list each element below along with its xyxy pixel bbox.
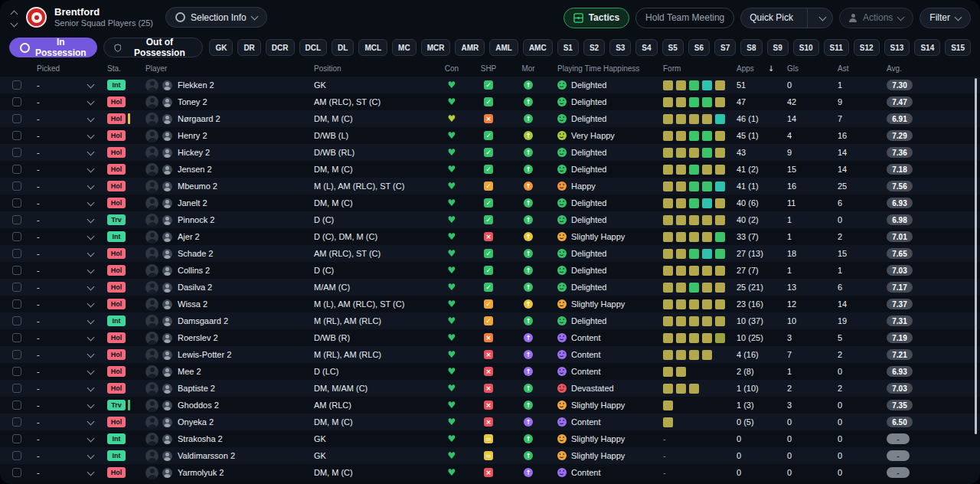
picked-dropdown[interactable]: - bbox=[34, 161, 104, 178]
player-name[interactable]: Wissa 2 bbox=[178, 299, 207, 309]
table-row[interactable]: -HolBaptiste 2DM, M/AM (C)♥×↑Devastated1… bbox=[0, 380, 980, 397]
row-checkbox[interactable] bbox=[12, 114, 21, 123]
table-row[interactable]: -IntFlekken 2GK♥✓↑Delighted51017.30 bbox=[0, 77, 980, 93]
picked-dropdown[interactable]: - bbox=[34, 346, 104, 363]
position-filter-dl[interactable]: DL bbox=[332, 39, 354, 56]
table-row[interactable]: -HolHickey 2D/WB (RL)♥✓↑Delighted439147.… bbox=[0, 144, 980, 161]
selection-info-button[interactable]: Selection Info bbox=[165, 7, 267, 28]
column-header-shp[interactable]: SHP bbox=[469, 64, 508, 73]
player-cell[interactable]: Baptiste 2 bbox=[142, 380, 309, 397]
column-header-picked[interactable]: Picked bbox=[34, 64, 104, 73]
table-row[interactable]: -HolMbeumo 2M (L), AM (RLC), ST (C)♥✓↑Ha… bbox=[0, 178, 980, 195]
player-cell[interactable]: Mbeumo 2 bbox=[142, 178, 309, 195]
row-checkbox[interactable] bbox=[12, 316, 21, 325]
position-filter-aml[interactable]: AML bbox=[489, 39, 518, 56]
player-name[interactable]: Baptiste 2 bbox=[178, 384, 215, 393]
player-name[interactable]: Damsgaard 2 bbox=[178, 316, 228, 325]
picked-dropdown[interactable]: - bbox=[34, 329, 104, 346]
player-name[interactable]: Janelt 2 bbox=[178, 198, 207, 208]
picked-dropdown[interactable]: - bbox=[34, 77, 104, 93]
table-row[interactable]: -HolHenry 2D/WB (L)♥✓↑Very Happy45 (1)41… bbox=[0, 127, 980, 144]
player-name[interactable]: Mee 2 bbox=[178, 367, 201, 376]
table-row[interactable]: -IntDamsgaard 2M (RL), AM (RLC)♥✓↑Deligh… bbox=[0, 312, 980, 329]
column-header-apps[interactable]: Apps↓ bbox=[733, 64, 784, 73]
player-cell[interactable]: Onyeka 2 bbox=[142, 414, 309, 430]
position-filter-s10[interactable]: S10 bbox=[793, 39, 819, 56]
row-checkbox[interactable] bbox=[12, 148, 21, 157]
picked-dropdown[interactable]: - bbox=[34, 380, 104, 397]
player-name[interactable]: Dasilva 2 bbox=[178, 283, 212, 292]
row-checkbox[interactable] bbox=[12, 249, 21, 258]
column-header-ast[interactable]: Ast bbox=[835, 64, 882, 73]
position-filter-amc[interactable]: AMC bbox=[523, 39, 553, 56]
picked-dropdown[interactable]: - bbox=[34, 262, 104, 279]
picked-dropdown[interactable]: - bbox=[34, 144, 104, 161]
row-checkbox[interactable] bbox=[12, 451, 21, 460]
row-checkbox[interactable] bbox=[12, 384, 21, 393]
table-row[interactable]: -IntStrakosha 2GK♥=↑Slightly Happy-000- bbox=[0, 430, 980, 447]
position-filter-s9[interactable]: S9 bbox=[767, 39, 789, 56]
player-name[interactable]: Henry 2 bbox=[178, 131, 207, 140]
column-header-avg[interactable]: Avg. bbox=[882, 64, 925, 73]
filter-button[interactable]: Filter bbox=[920, 8, 971, 28]
position-filter-dcr[interactable]: DCR bbox=[266, 39, 295, 56]
row-checkbox[interactable] bbox=[12, 333, 21, 342]
column-header-playing-time-happiness[interactable]: Playing Time Happiness bbox=[548, 64, 660, 73]
row-checkbox[interactable] bbox=[12, 80, 21, 90]
player-name[interactable]: Strakosha 2 bbox=[178, 434, 223, 443]
position-filter-amr[interactable]: AMR bbox=[455, 39, 485, 56]
row-checkbox[interactable] bbox=[12, 299, 21, 309]
row-checkbox[interactable] bbox=[12, 417, 21, 427]
picked-dropdown[interactable]: - bbox=[34, 245, 104, 262]
table-row[interactable]: -HolLewis-Potter 2M (RL), AM (RLC)♥×↑Con… bbox=[0, 346, 980, 363]
row-checkbox[interactable] bbox=[12, 434, 21, 443]
position-filter-dcl[interactable]: DCL bbox=[299, 39, 328, 56]
row-checkbox[interactable] bbox=[12, 266, 21, 275]
position-filter-s14[interactable]: S14 bbox=[914, 39, 940, 56]
position-filter-s1[interactable]: S1 bbox=[557, 39, 579, 56]
player-cell[interactable]: Schade 2 bbox=[142, 245, 309, 262]
player-cell[interactable]: Ajer 2 bbox=[142, 228, 309, 245]
position-filter-s2[interactable]: S2 bbox=[583, 39, 605, 56]
position-filter-s11[interactable]: S11 bbox=[824, 39, 849, 56]
picked-dropdown[interactable]: - bbox=[34, 312, 104, 329]
chevron-up-icon[interactable] bbox=[10, 11, 18, 18]
position-filter-mcr[interactable]: MCR bbox=[421, 39, 451, 56]
quick-pick-dropdown[interactable] bbox=[813, 8, 832, 28]
row-checkbox[interactable] bbox=[12, 165, 21, 174]
picked-dropdown[interactable]: - bbox=[34, 228, 104, 245]
player-cell[interactable]: Henry 2 bbox=[142, 127, 309, 144]
position-filter-s3[interactable]: S3 bbox=[609, 39, 631, 56]
player-cell[interactable]: Wissa 2 bbox=[142, 296, 309, 312]
row-checkbox[interactable] bbox=[12, 215, 21, 224]
column-header-con[interactable]: Con bbox=[435, 64, 469, 73]
picked-dropdown[interactable]: - bbox=[34, 93, 104, 110]
picked-dropdown[interactable]: - bbox=[34, 464, 104, 481]
picked-dropdown[interactable]: - bbox=[34, 279, 104, 296]
player-name[interactable]: Hickey 2 bbox=[178, 148, 210, 157]
player-name[interactable]: Yarmolyuk 2 bbox=[178, 468, 224, 477]
table-row[interactable]: -HolSchade 2AM (RLC), ST (C)♥✓↑Delighted… bbox=[0, 245, 980, 262]
table-row[interactable]: -HolRoerslev 2D/WB (R)♥×↑Content10 (25)3… bbox=[0, 329, 980, 346]
player-name[interactable]: Schade 2 bbox=[178, 249, 213, 258]
position-filter-s7[interactable]: S7 bbox=[714, 39, 736, 56]
column-header-gls[interactable]: Gls bbox=[784, 64, 835, 73]
row-checkbox[interactable] bbox=[12, 182, 21, 191]
column-header-player[interactable]: Player bbox=[142, 64, 309, 73]
player-cell[interactable]: Jensen 2 bbox=[142, 161, 309, 178]
player-cell[interactable]: Ghoddos 2 bbox=[142, 397, 309, 414]
row-checkbox[interactable] bbox=[12, 283, 21, 292]
table-row[interactable]: -TrvPinnock 2D (C)♥✓↑Delighted40 (2)106.… bbox=[0, 211, 980, 228]
player-name[interactable]: Pinnock 2 bbox=[178, 215, 214, 224]
player-name[interactable]: Valdimarsson 2 bbox=[178, 451, 235, 460]
player-cell[interactable]: Toney 2 bbox=[142, 93, 309, 110]
tactics-button[interactable]: Tactics bbox=[564, 8, 629, 28]
table-row[interactable]: -HolNørgaard 2DM, M (C)♥×↑Delighted46 (1… bbox=[0, 110, 980, 127]
table-row[interactable]: -IntValdimarsson 2GK♥=↑Slightly Happy-00… bbox=[0, 447, 980, 464]
row-checkbox[interactable] bbox=[12, 232, 21, 241]
position-filter-mcl[interactable]: MCL bbox=[358, 39, 387, 56]
scrollbar[interactable] bbox=[975, 78, 977, 434]
row-checkbox[interactable] bbox=[12, 468, 21, 477]
position-filter-gk[interactable]: GK bbox=[209, 39, 233, 56]
table-row[interactable]: -IntAjer 2D (C), DM, M (C)♥×↑Slightly Ha… bbox=[0, 228, 980, 245]
